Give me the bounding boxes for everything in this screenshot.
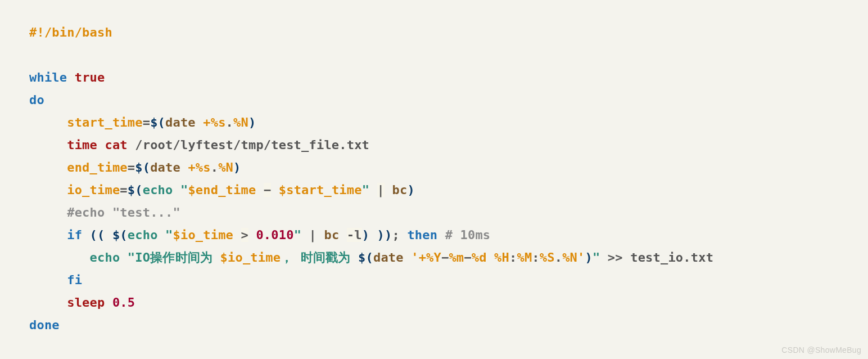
num-threshold: 0.010 (256, 228, 293, 242)
cmd-time: time (67, 138, 97, 152)
var-io-ref2: $io_time (220, 250, 281, 264)
dquote-o3: " (128, 250, 135, 264)
dquote-c2: " (294, 228, 301, 242)
cmd-date2: date (150, 160, 180, 174)
cmd-echo2: echo (128, 228, 158, 242)
dquote-o1: " (180, 183, 188, 197)
comma: ， (281, 250, 293, 264)
dollar-paren-open5: $( (358, 250, 373, 264)
cmd-sleep: sleep (67, 295, 105, 309)
kw-done: done (29, 318, 60, 332)
fmt-pct-s: +%s (203, 115, 225, 129)
cmd-echo: echo (143, 183, 173, 197)
fmt-Nq: %N' (562, 250, 585, 264)
kw-fi: fi (67, 273, 82, 287)
bc-flag: -l (347, 228, 362, 242)
paren-close3: ) (407, 183, 414, 197)
dot3: . (555, 250, 562, 264)
dollar-paren-open: $( (150, 115, 165, 129)
fmt-S: %S (540, 250, 555, 264)
dparen-open: (( (90, 228, 105, 242)
c2: : (532, 250, 539, 264)
fmt-dot: . (226, 115, 233, 129)
dquote-o2: " (165, 228, 173, 242)
kw-do: do (29, 93, 44, 107)
paren-close4: ) (362, 228, 369, 242)
cmd-date: date (165, 115, 196, 129)
op-redir: >> (608, 250, 623, 264)
op-eq2: = (128, 160, 135, 174)
fmt-pct-s2: +%s (188, 160, 210, 174)
var-io-time: io_time (67, 183, 120, 197)
kw-true: true (75, 70, 105, 84)
kw-while: while (29, 70, 67, 84)
var-end-ref: $end_time (188, 183, 256, 197)
kw-if: if (67, 228, 82, 242)
str-io-prefix: IO操作时间为 (135, 250, 220, 264)
fmt-d: %d (472, 250, 487, 264)
dollar-paren-open4: $( (112, 228, 128, 242)
dollar-paren-open2: $( (135, 160, 150, 174)
fmt-m: %m (449, 250, 464, 264)
dquote-c3: " (593, 250, 600, 264)
d1: − (441, 250, 449, 264)
out-file: test_io.txt (630, 250, 713, 264)
comment-echo-test: #echo "test..." (67, 205, 180, 219)
dquote-c1: " (362, 183, 369, 197)
watermark: CSDN @ShowMeBug (781, 345, 861, 354)
cmd-echo3: echo (90, 250, 120, 264)
paren-close: ) (248, 115, 256, 129)
op-eq: = (143, 115, 150, 129)
shebang: #!/bin/bash (29, 25, 112, 39)
op-pipe2: | (309, 228, 317, 242)
cmd-cat: cat (105, 138, 127, 152)
dollar-paren-open3: $( (128, 183, 143, 197)
num-sleep: 0.5 (112, 295, 135, 309)
kw-then: then (407, 228, 437, 242)
op-minus: − (264, 183, 271, 197)
fmt-y: '+%Y (411, 250, 441, 264)
str-ts-prefix: 时间戳为 (293, 250, 358, 264)
paren-close2: ) (233, 160, 241, 174)
cmd-bc: bc (392, 183, 407, 197)
op-gt: > (241, 228, 248, 242)
c1: : (509, 250, 517, 264)
var-start-time: start_time (67, 115, 142, 129)
paren-close5: ) (585, 250, 592, 264)
d2: − (464, 250, 471, 264)
fmt-M: %M (517, 250, 532, 264)
var-io-ref: $io_time (173, 228, 234, 242)
fmt-pct-n: %N (233, 115, 248, 129)
var-start-ref: $start_time (279, 183, 362, 197)
var-end-time: end_time (67, 160, 128, 174)
op-eq3: = (120, 183, 127, 197)
comment-10ms: # 10ms (445, 228, 491, 242)
fmt-dot2: . (211, 160, 218, 174)
cmd-date3: date (373, 250, 404, 264)
cmd-bc2: bc (324, 228, 339, 242)
fmt-pct-n2: %N (218, 160, 233, 174)
file-path: /root/lyftest/tmp/test_file.txt (135, 138, 369, 152)
code-block: #!/bin/bash while true do start_time=$(d… (0, 0, 868, 336)
fmt-H: %H (494, 250, 509, 264)
semic: ; (392, 228, 400, 242)
dparen-close: )) (377, 228, 392, 242)
op-pipe: | (377, 183, 385, 197)
